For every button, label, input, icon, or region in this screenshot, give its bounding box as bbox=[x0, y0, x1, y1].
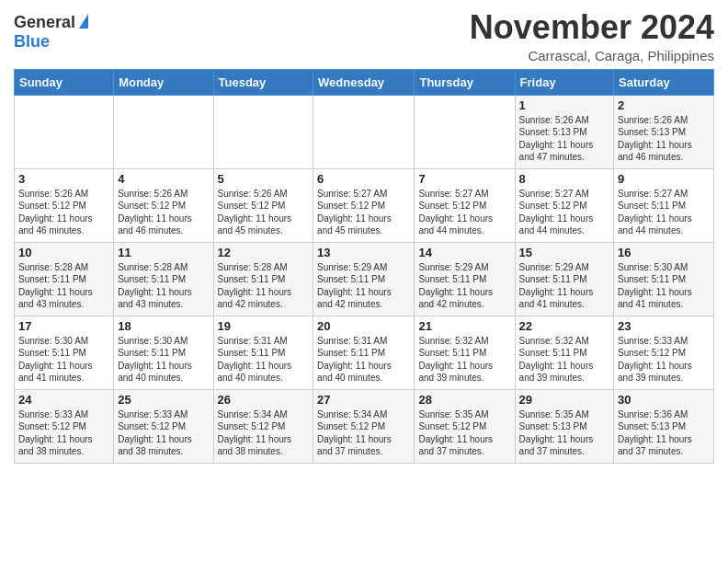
calendar-week-row: 3Sunrise: 5:26 AMSunset: 5:12 PMDaylight… bbox=[15, 168, 714, 242]
weekday-header-tuesday: Tuesday bbox=[213, 69, 313, 95]
day-number: 27 bbox=[317, 393, 410, 407]
day-info: Sunrise: 5:30 AMSunset: 5:11 PMDaylight:… bbox=[18, 335, 109, 385]
day-info: Sunrise: 5:29 AMSunset: 5:11 PMDaylight:… bbox=[418, 261, 510, 311]
weekday-header-thursday: Thursday bbox=[415, 69, 515, 95]
calendar-cell: 19Sunrise: 5:31 AMSunset: 5:11 PMDayligh… bbox=[213, 316, 313, 389]
calendar-cell bbox=[415, 95, 515, 168]
calendar-cell: 8Sunrise: 5:27 AMSunset: 5:12 PMDaylight… bbox=[515, 168, 613, 242]
day-number: 24 bbox=[18, 393, 109, 407]
calendar-cell: 24Sunrise: 5:33 AMSunset: 5:12 PMDayligh… bbox=[15, 389, 114, 463]
day-number: 16 bbox=[618, 246, 710, 259]
calendar-cell: 26Sunrise: 5:34 AMSunset: 5:12 PMDayligh… bbox=[213, 389, 313, 463]
day-number: 2 bbox=[618, 98, 710, 112]
day-number: 23 bbox=[618, 319, 710, 333]
day-info: Sunrise: 5:29 AMSunset: 5:11 PMDaylight:… bbox=[519, 261, 609, 311]
weekday-header-monday: Monday bbox=[114, 69, 213, 95]
calendar-cell: 20Sunrise: 5:31 AMSunset: 5:11 PMDayligh… bbox=[313, 316, 415, 389]
day-number: 12 bbox=[218, 246, 310, 259]
title-area: November 2024 Carrascal, Caraga, Philipp… bbox=[470, 9, 714, 63]
day-number: 26 bbox=[218, 393, 310, 407]
day-info: Sunrise: 5:36 AMSunset: 5:13 PMDaylight:… bbox=[618, 408, 710, 458]
day-number: 13 bbox=[317, 246, 410, 259]
day-number: 8 bbox=[519, 172, 609, 186]
day-info: Sunrise: 5:31 AMSunset: 5:11 PMDaylight:… bbox=[218, 335, 310, 385]
day-number: 28 bbox=[418, 393, 510, 407]
calendar-cell: 9Sunrise: 5:27 AMSunset: 5:11 PMDaylight… bbox=[614, 168, 714, 242]
calendar-cell bbox=[213, 95, 313, 168]
calendar-week-row: 24Sunrise: 5:33 AMSunset: 5:12 PMDayligh… bbox=[15, 389, 714, 463]
day-number: 17 bbox=[18, 319, 109, 333]
weekday-header-sunday: Sunday bbox=[15, 69, 114, 95]
calendar-cell: 18Sunrise: 5:30 AMSunset: 5:11 PMDayligh… bbox=[114, 316, 213, 389]
calendar-page: General Blue November 2024 Carrascal, Ca… bbox=[0, 0, 728, 473]
calendar-cell: 27Sunrise: 5:34 AMSunset: 5:12 PMDayligh… bbox=[313, 389, 415, 463]
calendar-cell: 30Sunrise: 5:36 AMSunset: 5:13 PMDayligh… bbox=[614, 389, 714, 463]
day-info: Sunrise: 5:26 AMSunset: 5:12 PMDaylight:… bbox=[118, 188, 209, 237]
calendar-cell: 22Sunrise: 5:32 AMSunset: 5:11 PMDayligh… bbox=[515, 316, 613, 389]
calendar-cell bbox=[114, 95, 213, 168]
day-number: 19 bbox=[218, 319, 310, 333]
day-info: Sunrise: 5:26 AMSunset: 5:12 PMDaylight:… bbox=[18, 188, 109, 237]
day-info: Sunrise: 5:30 AMSunset: 5:11 PMDaylight:… bbox=[118, 335, 209, 385]
calendar-cell: 12Sunrise: 5:28 AMSunset: 5:11 PMDayligh… bbox=[213, 242, 313, 316]
calendar-week-row: 1Sunrise: 5:26 AMSunset: 5:13 PMDaylight… bbox=[15, 95, 714, 168]
day-number: 6 bbox=[317, 172, 410, 186]
day-number: 25 bbox=[118, 393, 209, 407]
day-info: Sunrise: 5:29 AMSunset: 5:11 PMDaylight:… bbox=[317, 261, 410, 311]
day-info: Sunrise: 5:32 AMSunset: 5:11 PMDaylight:… bbox=[519, 335, 609, 385]
calendar-cell: 16Sunrise: 5:30 AMSunset: 5:11 PMDayligh… bbox=[614, 242, 714, 316]
day-number: 30 bbox=[618, 393, 710, 407]
day-number: 7 bbox=[418, 172, 510, 186]
day-info: Sunrise: 5:27 AMSunset: 5:12 PMDaylight:… bbox=[317, 188, 410, 237]
calendar-week-row: 10Sunrise: 5:28 AMSunset: 5:11 PMDayligh… bbox=[15, 242, 714, 316]
calendar-cell: 21Sunrise: 5:32 AMSunset: 5:11 PMDayligh… bbox=[415, 316, 515, 389]
day-info: Sunrise: 5:35 AMSunset: 5:13 PMDaylight:… bbox=[519, 408, 609, 458]
calendar-cell: 11Sunrise: 5:28 AMSunset: 5:11 PMDayligh… bbox=[114, 242, 213, 316]
weekday-header-friday: Friday bbox=[515, 69, 613, 95]
day-number: 5 bbox=[218, 172, 310, 186]
day-info: Sunrise: 5:28 AMSunset: 5:11 PMDaylight:… bbox=[218, 261, 310, 311]
calendar-table: SundayMondayTuesdayWednesdayThursdayFrid… bbox=[14, 69, 714, 464]
day-number: 1 bbox=[519, 98, 609, 112]
day-info: Sunrise: 5:32 AMSunset: 5:11 PMDaylight:… bbox=[418, 335, 510, 385]
calendar-cell: 3Sunrise: 5:26 AMSunset: 5:12 PMDaylight… bbox=[15, 168, 114, 242]
calendar-cell: 5Sunrise: 5:26 AMSunset: 5:12 PMDaylight… bbox=[213, 168, 313, 242]
day-number: 4 bbox=[118, 172, 209, 186]
weekday-header-wednesday: Wednesday bbox=[313, 69, 415, 95]
day-number: 18 bbox=[118, 319, 209, 333]
calendar-cell: 1Sunrise: 5:26 AMSunset: 5:13 PMDaylight… bbox=[515, 95, 613, 168]
month-title: November 2024 bbox=[470, 9, 714, 46]
calendar-cell: 6Sunrise: 5:27 AMSunset: 5:12 PMDaylight… bbox=[313, 168, 415, 242]
day-number: 22 bbox=[519, 319, 609, 333]
calendar-cell: 14Sunrise: 5:29 AMSunset: 5:11 PMDayligh… bbox=[415, 242, 515, 316]
calendar-cell: 4Sunrise: 5:26 AMSunset: 5:12 PMDaylight… bbox=[114, 168, 213, 242]
day-info: Sunrise: 5:26 AMSunset: 5:12 PMDaylight:… bbox=[218, 188, 310, 237]
day-number: 15 bbox=[519, 246, 609, 259]
logo-blue-text: Blue bbox=[14, 32, 50, 52]
weekday-header-row: SundayMondayTuesdayWednesdayThursdayFrid… bbox=[15, 69, 714, 95]
calendar-cell: 13Sunrise: 5:29 AMSunset: 5:11 PMDayligh… bbox=[313, 242, 415, 316]
day-number: 9 bbox=[618, 172, 710, 186]
calendar-cell: 29Sunrise: 5:35 AMSunset: 5:13 PMDayligh… bbox=[515, 389, 613, 463]
calendar-week-row: 17Sunrise: 5:30 AMSunset: 5:11 PMDayligh… bbox=[15, 316, 714, 389]
day-info: Sunrise: 5:33 AMSunset: 5:12 PMDaylight:… bbox=[618, 335, 710, 385]
day-info: Sunrise: 5:34 AMSunset: 5:12 PMDaylight:… bbox=[218, 408, 310, 458]
calendar-cell: 7Sunrise: 5:27 AMSunset: 5:12 PMDaylight… bbox=[415, 168, 515, 242]
day-info: Sunrise: 5:27 AMSunset: 5:11 PMDaylight:… bbox=[618, 188, 710, 237]
day-info: Sunrise: 5:27 AMSunset: 5:12 PMDaylight:… bbox=[519, 188, 609, 237]
day-number: 3 bbox=[18, 172, 109, 186]
day-info: Sunrise: 5:26 AMSunset: 5:13 PMDaylight:… bbox=[618, 114, 710, 164]
day-info: Sunrise: 5:33 AMSunset: 5:12 PMDaylight:… bbox=[118, 408, 209, 458]
day-info: Sunrise: 5:31 AMSunset: 5:11 PMDaylight:… bbox=[317, 335, 410, 385]
calendar-cell: 10Sunrise: 5:28 AMSunset: 5:11 PMDayligh… bbox=[15, 242, 114, 316]
calendar-cell bbox=[313, 95, 415, 168]
logo-general-text: General bbox=[14, 13, 75, 32]
logo-area: General Blue bbox=[14, 9, 88, 52]
logo-triangle-icon bbox=[79, 14, 88, 29]
calendar-cell: 28Sunrise: 5:35 AMSunset: 5:12 PMDayligh… bbox=[415, 389, 515, 463]
day-info: Sunrise: 5:33 AMSunset: 5:12 PMDaylight:… bbox=[18, 408, 109, 458]
day-info: Sunrise: 5:30 AMSunset: 5:11 PMDaylight:… bbox=[618, 261, 710, 311]
day-number: 29 bbox=[519, 393, 609, 407]
day-number: 21 bbox=[418, 319, 510, 333]
calendar-cell: 15Sunrise: 5:29 AMSunset: 5:11 PMDayligh… bbox=[515, 242, 613, 316]
